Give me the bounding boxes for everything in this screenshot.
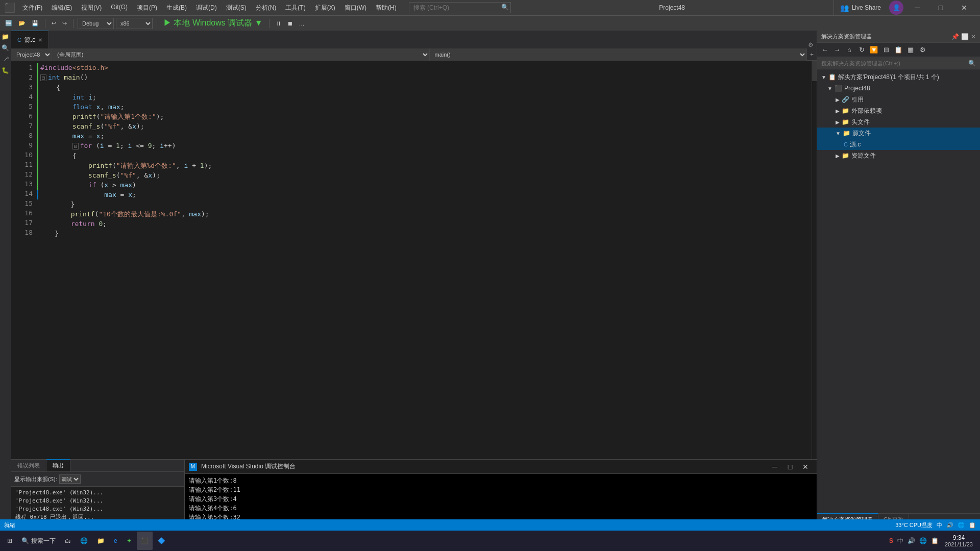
global-search-input[interactable] xyxy=(409,2,511,13)
tb-stop-icon[interactable]: ⏹ xyxy=(285,18,295,29)
live-share-btn[interactable]: 👥 Live Share xyxy=(834,0,887,15)
menu-analyze[interactable]: 分析(N) xyxy=(252,3,281,13)
tb-save-icon[interactable]: 💾 xyxy=(30,18,41,29)
taskbar-explorer-btn[interactable]: 📁 xyxy=(93,532,109,550)
taskbar-file-btn[interactable]: 🗂 xyxy=(61,532,75,550)
tray-s-icon[interactable]: S xyxy=(887,537,895,544)
output-source-label: 显示输出来源(S): xyxy=(14,475,57,483)
nav-scope-select[interactable]: (全局范围) xyxy=(52,48,430,61)
se-home-icon[interactable]: ⌂ xyxy=(844,44,855,56)
ab-debug-icon[interactable]: 🐛 xyxy=(2,66,10,74)
console-line-1: 请输入第1个数:8 xyxy=(189,476,813,485)
console-close-btn[interactable]: ✕ xyxy=(798,462,813,472)
menu-project[interactable]: 项目(P) xyxy=(133,3,161,13)
editor-settings-icon[interactable]: ⚙ xyxy=(808,41,814,48)
output-tab[interactable]: 输出 xyxy=(46,459,70,471)
run-debugger-btn[interactable]: ▶ 本地 Windows 调试器 ▼ xyxy=(161,18,265,29)
menu-debug[interactable]: 调试(D) xyxy=(192,3,221,13)
menu-help[interactable]: 帮助(H) xyxy=(372,3,401,13)
output-source-select[interactable]: 调试 xyxy=(59,474,81,484)
nav-project-select[interactable]: Project48 xyxy=(11,48,52,61)
debug-config-select[interactable]: Debug Release xyxy=(78,18,114,29)
tray-sound-icon[interactable]: 🔊 xyxy=(905,537,917,544)
taskbar-vs-btn[interactable]: ⬛ xyxy=(137,532,153,550)
close-btn[interactable]: ✕ xyxy=(952,0,976,15)
search-btn[interactable]: 🔍 搜索一下 xyxy=(17,532,60,550)
minimap-thumb[interactable] xyxy=(812,61,817,81)
menu-git[interactable]: Git(G) xyxy=(107,3,132,13)
status-sound-icon[interactable]: 🔊 xyxy=(946,522,953,529)
live-share-label: Live Share xyxy=(852,4,881,11)
ab-search-icon[interactable]: 🔍 xyxy=(2,44,10,52)
menu-test[interactable]: 测试(S) xyxy=(222,3,251,13)
menu-tools[interactable]: 工具(T) xyxy=(281,3,309,13)
se-sources-node[interactable]: ▼ 📁 源文件 xyxy=(817,128,980,139)
window-title: Project48 xyxy=(511,4,834,11)
ab-explorer-icon[interactable]: 📁 xyxy=(2,33,10,41)
se-back-icon[interactable]: ← xyxy=(819,44,830,56)
se-headers-node[interactable]: ▶ 📁 头文件 xyxy=(817,116,980,128)
code-content[interactable]: #include<stdio.h> ⊟int main() { int i; f… xyxy=(37,61,812,459)
taskbar-browser-btn[interactable]: 🌐 xyxy=(76,532,92,550)
se-collapse-icon[interactable]: ⊟ xyxy=(880,44,892,56)
menu-extensions[interactable]: 扩展(X) xyxy=(311,3,339,13)
tb-sep4 xyxy=(269,19,270,28)
se-view-icon[interactable]: ▦ xyxy=(905,44,916,56)
se-references-node[interactable]: ▶ 🔗 引用 xyxy=(817,94,980,105)
tab-close-btn[interactable]: ✕ xyxy=(38,37,42,43)
ab-git-icon[interactable]: ⎇ xyxy=(2,55,10,63)
tray-network-icon[interactable]: 🌐 xyxy=(917,537,929,544)
ie-icon: e xyxy=(114,537,117,544)
se-extdeps-node[interactable]: ▶ 📁 外部依赖项 xyxy=(817,105,980,116)
se-close-icon[interactable]: ✕ xyxy=(971,33,976,40)
tb-more-icons[interactable]: … xyxy=(297,18,307,29)
menu-edit[interactable]: 编辑(E) xyxy=(47,3,76,13)
platform-select[interactable]: x86 x64 xyxy=(116,18,153,29)
se-project-arrow: ▼ xyxy=(827,86,832,91)
code-line-8: max = x; xyxy=(37,131,812,141)
se-forward-icon[interactable]: → xyxy=(831,44,843,56)
se-float-icon[interactable]: ⬜ xyxy=(961,33,969,40)
se-sourcec-node[interactable]: C 源.c xyxy=(817,139,980,150)
se-refresh-icon[interactable]: ↻ xyxy=(856,44,867,56)
tb-breakpoint-icon[interactable]: ⏸ xyxy=(274,18,283,29)
tray-lang[interactable]: 中 xyxy=(895,537,905,545)
maximize-btn[interactable]: □ xyxy=(929,0,952,15)
tb-redo-icon[interactable]: ↪ xyxy=(60,18,69,29)
minimize-btn[interactable]: ─ xyxy=(905,0,929,15)
menu-window[interactable]: 窗口(W) xyxy=(340,3,371,13)
se-search-input[interactable] xyxy=(821,60,966,66)
se-res-label: 资源文件 xyxy=(851,152,876,160)
profile-icon[interactable]: 👤 xyxy=(889,1,903,15)
menu-view[interactable]: 视图(V) xyxy=(77,3,106,13)
se-search-icon[interactable]: 🔍 xyxy=(968,60,976,67)
tb-new-icon[interactable]: 🆕 xyxy=(3,18,14,29)
console-minimize-btn[interactable]: ─ xyxy=(768,462,782,472)
tb-open-icon[interactable]: 📂 xyxy=(16,18,28,29)
nav-add-icon[interactable]: + xyxy=(807,51,817,58)
error-list-tab[interactable]: 错误列表 xyxy=(11,459,46,471)
code-line-2: ⊟int main() xyxy=(37,72,812,83)
menu-file[interactable]: 文件(F) xyxy=(18,3,46,13)
se-root-node[interactable]: ▼ 📋 解决方案'Project48'(1 个项目/共 1 个) xyxy=(817,71,980,83)
tray-clip-icon[interactable]: 📋 xyxy=(929,537,941,544)
status-network-icon[interactable]: 🌐 xyxy=(958,522,965,529)
se-filter-icon[interactable]: 🔽 xyxy=(868,44,879,56)
taskbar-green-btn[interactable]: ✦ xyxy=(122,532,136,550)
start-btn[interactable]: ⊞ xyxy=(3,532,16,550)
taskbar-other-btn[interactable]: 🔷 xyxy=(154,532,169,550)
se-pin-icon[interactable]: 📌 xyxy=(951,33,959,40)
menu-build[interactable]: 生成(B) xyxy=(162,3,191,13)
se-props-icon[interactable]: 📋 xyxy=(893,44,904,56)
se-resources-node[interactable]: ▶ 📁 资源文件 xyxy=(817,150,980,161)
se-project-node[interactable]: ▼ ⬛ Project48 xyxy=(817,83,980,94)
nav-symbol-select[interactable]: main() xyxy=(430,48,807,61)
se-settings-icon[interactable]: ⚙ xyxy=(917,44,928,56)
tb-undo-icon[interactable]: ↩ xyxy=(50,18,58,29)
status-temp: 33°C CPU温度 xyxy=(895,521,933,529)
status-clip-icon[interactable]: 📋 xyxy=(969,522,976,529)
taskbar-ie-btn[interactable]: e xyxy=(110,532,121,550)
status-lang: 中 xyxy=(937,521,942,529)
console-maximize-btn[interactable]: □ xyxy=(783,462,797,472)
editor-tab-source[interactable]: C 源.c ✕ xyxy=(11,31,49,48)
